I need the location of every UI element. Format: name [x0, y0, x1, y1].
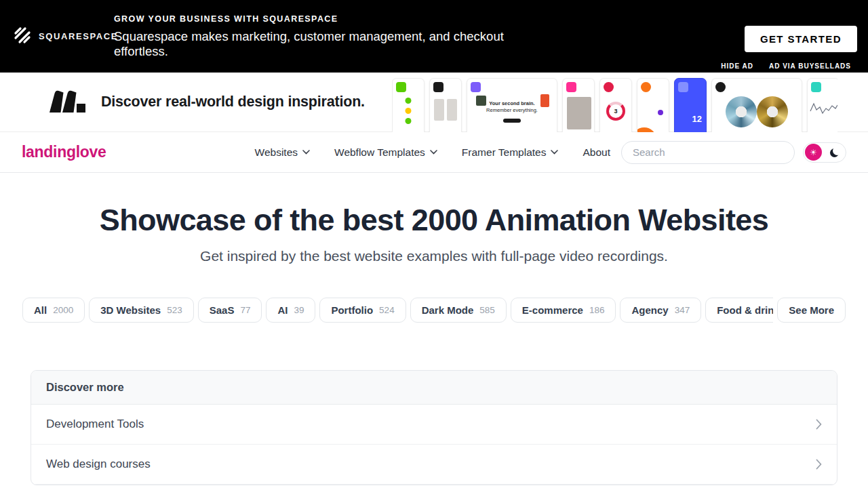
squarespace-ad-banner: SQUARESPACE GROW YOUR BUSINESS WITH SQUA…	[0, 0, 868, 73]
chevron-down-icon	[430, 150, 437, 155]
mobbin-logo-icon[interactable]	[49, 89, 85, 115]
fashion-app-icon	[433, 82, 443, 92]
list-item-development-tools[interactable]: Development Tools	[31, 405, 837, 445]
activity-ring-gauge: 3	[606, 102, 625, 121]
thumb-fashion-store-app[interactable]	[429, 78, 462, 132]
filter-chip-track: All2000 3D Websites523 SaaS77 AI39 Portf…	[22, 298, 773, 323]
activity-app-icon	[604, 82, 614, 92]
site-logo[interactable]: landinglove	[22, 143, 106, 161]
list-item-web-design-courses[interactable]: Web design courses	[31, 445, 837, 485]
theme-toggle[interactable]: ☀	[803, 142, 846, 163]
page-title: Showcase of the best 2000 Animation Webs…	[0, 203, 868, 238]
squarespace-logo[interactable]: SQUARESPACE	[12, 0, 118, 73]
meditation-app-icon	[641, 82, 651, 92]
nav-item-about[interactable]: About	[583, 146, 610, 159]
language-app-icon	[396, 82, 406, 92]
filter-chip-dark-mode[interactable]: Dark Mode585	[410, 298, 507, 323]
filter-chip-saas[interactable]: SaaS77	[198, 298, 262, 323]
thumb-social-feed-app[interactable]	[562, 78, 595, 132]
cd-disc-blue	[726, 96, 757, 127]
filter-chip-all[interactable]: All2000	[22, 298, 85, 323]
second-brain-app-icon	[471, 82, 481, 92]
filter-chip-ecommerce[interactable]: E-commerce186	[511, 298, 616, 323]
discover-more-panel: Discover more Development Tools Web desi…	[31, 370, 837, 485]
music-site-icon	[715, 82, 726, 92]
social-app-icon	[566, 82, 576, 92]
promo-headline[interactable]: Discover real-world design inspiration.	[101, 94, 365, 110]
thumb-hydration-tracker-app[interactable]: 12	[674, 78, 707, 132]
decoration-blob	[637, 127, 656, 132]
ad-via-buysellads-link[interactable]: AD VIA BUYSELLADS	[769, 62, 851, 70]
ad-headline: GROW YOUR BUSINESS WITH SQUARESPACE	[114, 14, 511, 24]
thumb-second-brain-website[interactable]: Your second brain. Remember everything.	[467, 78, 557, 132]
feed-photo-decoration	[567, 97, 591, 129]
second-brain-copy: Your second brain. Remember everything.	[467, 100, 557, 125]
hydration-value: 12	[692, 114, 702, 124]
nav-item-framer-templates[interactable]: Framer Templates	[462, 146, 559, 159]
decoration-dot	[658, 110, 663, 115]
sun-icon[interactable]: ☀	[805, 144, 822, 161]
thumb-cta-decoration	[503, 119, 521, 123]
chevron-down-icon	[302, 150, 310, 155]
nav-item-websites[interactable]: Websites	[255, 146, 310, 159]
filter-chip-3d-websites[interactable]: 3D Websites523	[89, 298, 193, 323]
thumb-meditation-app[interactable]	[637, 78, 669, 132]
thumb-stock-chart-app[interactable]	[807, 78, 837, 132]
ad-body-text: Squarespace makes marketing, customer ma…	[114, 29, 511, 59]
ad-copy: GROW YOUR BUSINESS WITH SQUARESPACE Squa…	[114, 14, 511, 59]
squarespace-wordmark: SQUARESPACE	[39, 31, 118, 41]
filter-chip-ai[interactable]: AI39	[266, 298, 315, 323]
filter-bar: All2000 3D Websites523 SaaS77 AI39 Portf…	[22, 298, 846, 323]
hero-section: Showcase of the best 2000 Animation Webs…	[0, 173, 868, 264]
main-navbar: landinglove Websites Webflow Templates F…	[0, 132, 868, 173]
thumb-language-learning-app[interactable]	[392, 78, 425, 132]
get-started-button[interactable]: GET STARTED	[745, 26, 857, 52]
app-thumbnails-strip: Your second brain. Remember everything. …	[392, 78, 837, 132]
lesson-path-decoration	[406, 98, 412, 124]
chevron-right-icon	[816, 419, 822, 430]
ad-meta-links: HIDE AD AD VIA BUYSELLADS	[721, 62, 851, 70]
chart-app-icon	[811, 82, 821, 92]
filter-chip-portfolio[interactable]: Portfolio524	[319, 298, 406, 323]
chevron-down-icon	[551, 150, 558, 155]
filter-chip-agency[interactable]: Agency347	[620, 298, 701, 323]
discover-more-title: Discover more	[31, 371, 837, 405]
nav-item-webflow-templates[interactable]: Webflow Templates	[334, 146, 437, 159]
page-subtitle: Get inspired by the best website example…	[0, 248, 868, 264]
fashion-photos-decoration	[434, 99, 457, 121]
filter-chip-food-drink[interactable]: Food & drink62	[705, 298, 773, 323]
search-input[interactable]	[621, 141, 795, 164]
see-more-button[interactable]: See More	[777, 298, 846, 323]
nav-menu: Websites Webflow Templates Framer Templa…	[255, 146, 610, 159]
cd-disc-gold	[757, 96, 788, 127]
thumb-music-discs-website[interactable]	[711, 78, 802, 132]
thumb-activity-ring-app[interactable]: 3	[599, 78, 632, 132]
line-chart-decoration	[810, 100, 837, 118]
promo-left: Discover real-world design inspiration.	[49, 73, 365, 131]
design-inspiration-banner: Discover real-world design inspiration. …	[0, 73, 868, 132]
moon-icon[interactable]	[828, 145, 843, 160]
chevron-right-icon	[816, 459, 822, 470]
hydration-app-icon	[678, 82, 688, 92]
squarespace-logo-icon	[12, 25, 33, 48]
hide-ad-link[interactable]: HIDE AD	[721, 62, 753, 70]
